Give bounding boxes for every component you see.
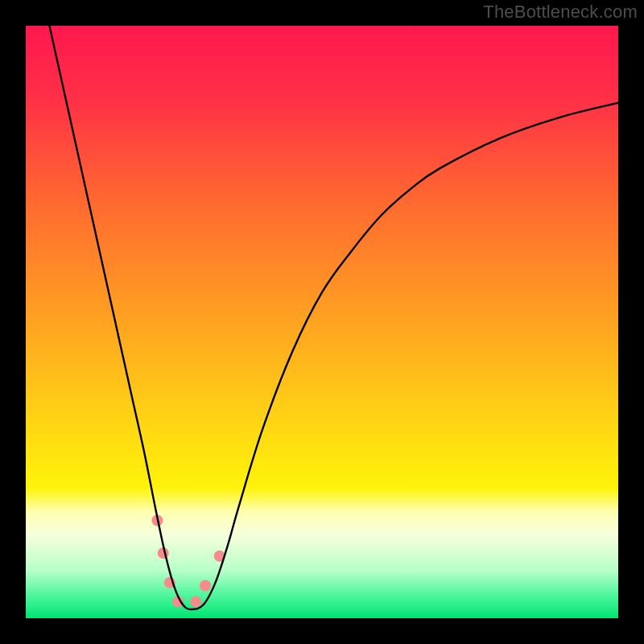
marker-group [151, 515, 225, 608]
curve-layer [26, 26, 618, 618]
chart-frame: TheBottleneck.com [0, 0, 644, 644]
attribution-text: TheBottleneck.com [483, 2, 638, 23]
plot-area [26, 26, 618, 618]
curve-marker [190, 596, 201, 607]
curve-marker [200, 580, 211, 592]
bottleneck-curve [49, 26, 618, 609]
